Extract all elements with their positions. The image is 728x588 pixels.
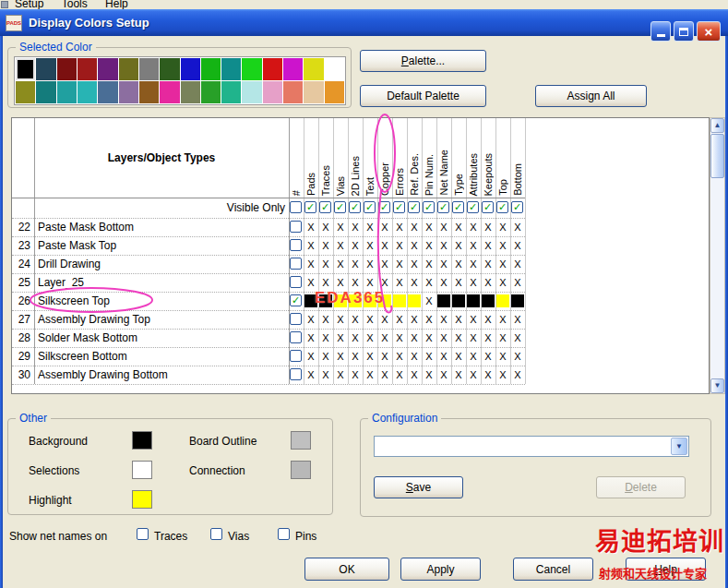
visibility-checkbox[interactable]: ✓	[408, 201, 420, 213]
x-mark[interactable]: X	[392, 221, 407, 234]
x-mark[interactable]: X	[333, 331, 348, 344]
x-mark[interactable]: X	[422, 368, 436, 381]
x-mark[interactable]: X	[377, 239, 392, 252]
visibility-checkbox[interactable]	[290, 201, 302, 213]
visibility-checkbox[interactable]: ✓	[364, 201, 376, 213]
x-mark[interactable]: X	[495, 331, 510, 344]
color-swatch[interactable]	[181, 58, 200, 80]
x-mark[interactable]: X	[363, 276, 377, 289]
x-mark[interactable]: X	[407, 331, 422, 344]
color-swatch[interactable]	[263, 81, 282, 103]
visibility-checkbox[interactable]: ✓	[467, 201, 479, 213]
x-mark[interactable]: X	[451, 239, 466, 252]
x-mark[interactable]: X	[348, 313, 363, 326]
color-swatch[interactable]	[201, 81, 221, 103]
x-mark[interactable]: X	[304, 221, 318, 234]
color-swatch[interactable]	[139, 58, 159, 80]
color-swatch[interactable]	[57, 81, 77, 103]
x-mark[interactable]: X	[318, 331, 333, 344]
color-swatch[interactable]	[242, 58, 261, 80]
x-mark[interactable]: X	[318, 221, 333, 234]
menu-setup[interactable]: Setup	[15, 0, 43, 9]
save-button[interactable]: Save	[374, 476, 463, 498]
color-swatch[interactable]	[119, 81, 138, 103]
x-mark[interactable]: X	[510, 221, 525, 234]
x-mark[interactable]: X	[436, 258, 451, 270]
x-mark[interactable]: X	[495, 276, 510, 289]
x-mark[interactable]: X	[466, 221, 481, 234]
color-swatch[interactable]	[201, 58, 221, 80]
default-palette-button[interactable]: Default Palette	[360, 85, 486, 107]
color-swatch[interactable]	[325, 81, 344, 103]
x-mark[interactable]: X	[466, 276, 481, 289]
highlight-color-swatch[interactable]	[132, 490, 152, 509]
x-mark[interactable]: X	[451, 368, 466, 381]
x-mark[interactable]: X	[422, 313, 436, 326]
color-swatch[interactable]	[139, 81, 159, 103]
visibility-checkbox[interactable]	[290, 368, 302, 380]
x-mark[interactable]: X	[363, 313, 377, 326]
x-mark[interactable]: X	[363, 331, 377, 344]
layer-color-cell[interactable]	[408, 294, 421, 307]
layer-color-cell[interactable]	[482, 294, 495, 307]
x-mark[interactable]: X	[304, 350, 318, 363]
visibility-checkbox[interactable]: ✓	[319, 201, 331, 213]
color-swatch[interactable]	[57, 58, 77, 80]
color-swatch[interactable]	[36, 58, 55, 80]
layer-color-cell[interactable]	[496, 294, 509, 307]
visibility-checkbox[interactable]: ✓	[437, 201, 449, 213]
x-mark[interactable]: X	[466, 239, 481, 252]
x-mark[interactable]: X	[451, 350, 466, 363]
visibility-checkbox[interactable]: ✓	[452, 201, 464, 213]
x-mark[interactable]: X	[481, 313, 495, 326]
cancel-button[interactable]: Cancel	[513, 558, 593, 581]
x-mark[interactable]: X	[407, 313, 422, 326]
x-mark[interactable]: X	[481, 331, 495, 344]
x-mark[interactable]: X	[392, 368, 407, 381]
x-mark[interactable]: X	[451, 276, 466, 289]
vias-checkbox[interactable]	[210, 528, 222, 540]
layer-name[interactable]: Paste Mask Top	[38, 239, 116, 253]
x-mark[interactable]: X	[392, 331, 407, 344]
visibility-checkbox[interactable]	[290, 331, 302, 343]
color-swatch[interactable]	[283, 58, 303, 80]
x-mark[interactable]: X	[510, 258, 525, 270]
x-mark[interactable]: X	[510, 239, 525, 252]
color-swatch[interactable]	[16, 81, 35, 103]
x-mark[interactable]: X	[510, 368, 525, 381]
chevron-down-icon[interactable]: ▼	[671, 438, 687, 455]
visibility-checkbox[interactable]	[290, 276, 302, 288]
layer-color-cell[interactable]	[437, 294, 450, 307]
x-mark[interactable]: X	[304, 368, 318, 381]
x-mark[interactable]: X	[333, 276, 348, 289]
x-mark[interactable]: X	[451, 331, 466, 344]
color-swatch[interactable]	[304, 81, 323, 103]
x-mark[interactable]: X	[407, 258, 422, 270]
layer-color-cell[interactable]	[467, 294, 480, 307]
x-mark[interactable]: X	[422, 294, 436, 307]
x-mark[interactable]: X	[510, 276, 525, 289]
x-mark[interactable]: X	[318, 368, 333, 381]
layer-name[interactable]: Solder Mask Bottom	[38, 331, 137, 345]
x-mark[interactable]: X	[377, 221, 392, 234]
x-mark[interactable]: X	[436, 221, 451, 234]
layer-name[interactable]: Silkscreen Bottom	[38, 350, 127, 364]
board-outline-color-swatch[interactable]	[291, 431, 311, 450]
scroll-up-button[interactable]: ▲	[710, 118, 724, 133]
visibility-checkbox[interactable]: ✓	[334, 201, 346, 213]
x-mark[interactable]: X	[466, 258, 481, 270]
x-mark[interactable]: X	[348, 276, 363, 289]
x-mark[interactable]: X	[333, 221, 348, 234]
x-mark[interactable]: X	[422, 239, 436, 252]
color-swatch[interactable]	[221, 58, 241, 80]
color-swatch[interactable]	[36, 81, 55, 103]
x-mark[interactable]: X	[481, 258, 495, 270]
x-mark[interactable]: X	[348, 258, 363, 270]
connection-color-swatch[interactable]	[291, 461, 311, 479]
minimize-button[interactable]	[650, 21, 671, 42]
color-swatch[interactable]	[78, 58, 97, 80]
color-swatch[interactable]	[98, 81, 117, 103]
x-mark[interactable]: X	[318, 276, 333, 289]
x-mark[interactable]: X	[348, 368, 363, 381]
x-mark[interactable]: X	[407, 221, 422, 234]
